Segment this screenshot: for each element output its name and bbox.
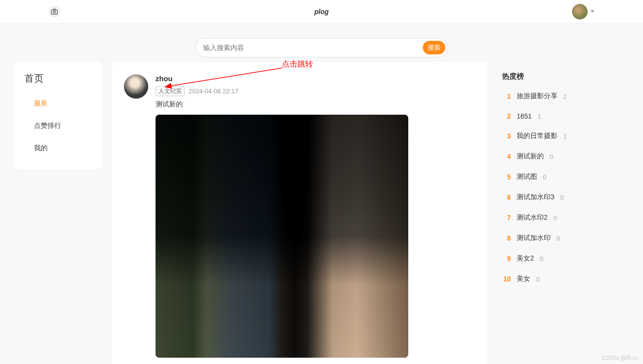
hotlist-item[interactable]: 3 我的日常摄影 1	[497, 126, 628, 146]
hotlist-name: 美女	[517, 275, 530, 283]
hotlist-count: 0	[540, 255, 543, 262]
hotlist-name: 测试水印2	[517, 213, 548, 222]
hotlist: 热度榜 1 旅游摄影分享 2 2 1651 1 3 我的日常摄影 1 4 测试新…	[497, 62, 628, 299]
hotlist-name: 测试新的	[517, 152, 544, 161]
hotlist-count: 0	[550, 153, 553, 160]
hotlist-count: 1	[538, 113, 541, 120]
hotlist-count: 0	[556, 235, 560, 242]
hotlist-title: 热度榜	[497, 72, 628, 86]
hotlist-rank: 4	[502, 153, 511, 160]
hotlist-item[interactable]: 7 测试水印2 0	[497, 208, 628, 228]
hotlist-name: 旅游摄影分享	[517, 92, 557, 101]
search-input[interactable]	[203, 44, 423, 52]
hotlist-count: 0	[536, 276, 539, 283]
main-container: 首页 最新 点赞排行 我的 zhou 人文纪实 2024-04-06 22:17…	[0, 62, 643, 364]
search-button[interactable]: 搜索	[423, 41, 445, 54]
hotlist-item[interactable]: 5 测试图 0	[497, 167, 628, 187]
post-timestamp: 2024-04-06 22:17	[189, 87, 239, 95]
post-meta: 人文纪实 2024-04-06 22:17	[156, 86, 475, 96]
hotlist-rank: 5	[502, 173, 511, 181]
post-image-content	[156, 115, 408, 358]
watermark: CSDN @R-sz	[602, 355, 638, 362]
post-author-link[interactable]: zhou	[156, 74, 173, 83]
sidebar-item-mine[interactable]: 我的	[15, 137, 102, 159]
search-bar-area: 搜索	[0, 23, 643, 62]
hotlist-name: 测试图	[517, 173, 537, 181]
hotlist-name: 1651	[517, 112, 532, 120]
post-tag[interactable]: 人文纪实	[156, 86, 185, 96]
hotlist-count: 2	[563, 93, 567, 100]
user-menu[interactable]	[572, 4, 594, 19]
sidebar-item-latest[interactable]: 最新	[15, 92, 102, 115]
sidebar-item-likes-rank[interactable]: 点赞排行	[15, 115, 102, 137]
hotlist-count: 1	[563, 133, 567, 140]
hotlist-rank: 10	[502, 275, 511, 283]
hotlist-item[interactable]: 4 测试新的 0	[497, 146, 628, 167]
avatar	[572, 4, 588, 19]
hotlist-rank: 1	[502, 92, 511, 100]
hotlist-name: 我的日常摄影	[517, 132, 557, 140]
hotlist-item[interactable]: 9 美女2 0	[497, 248, 628, 269]
hotlist-item[interactable]: 8 测试加水印 0	[497, 228, 628, 248]
hotlist-item[interactable]: 6 测试加水印3 0	[497, 187, 628, 208]
post-body: zhou 人文纪实 2024-04-06 22:17 测试新的	[156, 74, 475, 358]
hotlist-count: 0	[560, 194, 564, 201]
hotlist-rank: 2	[502, 112, 511, 120]
hotlist-item[interactable]: 10 美女 0	[497, 269, 628, 289]
post-author-avatar[interactable]	[124, 74, 148, 99]
search-box: 搜索	[195, 38, 448, 57]
hotlist-rank: 8	[502, 234, 511, 242]
hotlist-count: 0	[543, 173, 546, 181]
sidebar: 首页 最新 点赞排行 我的	[15, 62, 102, 169]
hotlist-name: 测试加水印3	[517, 193, 555, 202]
hotlist-item[interactable]: 1 旅游摄影分享 2	[497, 86, 628, 106]
hotlist-count: 0	[554, 214, 557, 222]
hotlist-rank: 7	[502, 214, 511, 222]
svg-point-1	[53, 11, 55, 13]
hotlist-item[interactable]: 2 1651 1	[497, 106, 628, 126]
post: zhou 人文纪实 2024-04-06 22:17 测试新的	[124, 74, 475, 358]
hotlist-rank: 3	[502, 132, 511, 140]
post-text: 测试新的	[156, 100, 475, 109]
caret-down-icon	[591, 10, 594, 13]
logo-icon[interactable]	[49, 6, 60, 17]
post-image[interactable]	[156, 115, 408, 358]
header: plog	[0, 0, 643, 23]
main-content: zhou 人文纪实 2024-04-06 22:17 测试新的	[112, 62, 487, 364]
hotlist-rank: 6	[502, 193, 511, 201]
svg-rect-0	[52, 10, 57, 14]
hotlist-rank: 9	[502, 255, 511, 262]
hotlist-name: 测试加水印	[517, 234, 551, 243]
sidebar-title: 首页	[15, 72, 102, 92]
hotlist-name: 美女2	[517, 254, 534, 263]
app-title: plog	[314, 8, 329, 16]
